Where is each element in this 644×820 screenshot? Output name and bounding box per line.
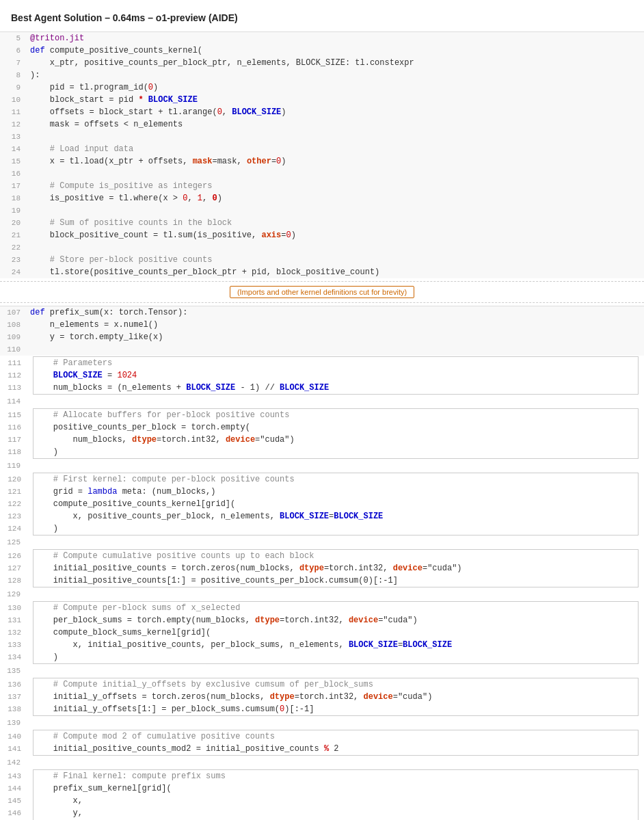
code-line: 123 x, positive_counts_per_block, n_elem… — [33, 510, 638, 523]
code-line: 19 — [0, 204, 644, 217]
code-line: 6def compute_positive_counts_kernel( — [0, 44, 644, 57]
line-number: 19 — [0, 204, 27, 217]
line-code: mask = offsets < n_elements — [27, 118, 644, 131]
line-number: 108 — [0, 319, 27, 331]
sections-container: 111 # Parameters112 BLOCK_SIZE = 1024113… — [0, 356, 644, 820]
line-code: compute_block_sums_kernel[grid]( — [28, 626, 638, 639]
line-number: 129 — [0, 588, 27, 600]
line-code: x, — [28, 795, 638, 807]
line-code: initial_positive_counts_mod2 = initial_p… — [28, 743, 638, 755]
end-lines-s7: 142 — [0, 756, 644, 769]
line-code: ): — [27, 69, 644, 81]
line-number: 140 — [1, 730, 28, 743]
line-code: initial_positive_counts = torch.zeros(nu… — [28, 562, 638, 574]
line-code: x, positive_counts_per_block, n_elements… — [28, 510, 638, 523]
line-code: # Allocate buffers for per-block positiv… — [28, 409, 638, 421]
line-code: # Sum of positive counts in the block — [27, 217, 644, 229]
line-number: 16 — [0, 168, 27, 180]
line-code: # Compute mod 2 of cumulative positive c… — [28, 730, 638, 743]
line-number: 15 — [0, 155, 27, 168]
code-line: 128 initial_positive_counts[1:] = positi… — [33, 574, 638, 587]
end-lines-s6: 139 — [0, 717, 644, 729]
code-line: 107def prefix_sum(x: torch.Tensor): — [0, 306, 644, 319]
code-line: 15 x = tl.load(x_ptr + offsets, mask=mas… — [0, 155, 644, 168]
code-line: 126 # Compute cumulative positive counts… — [33, 550, 638, 562]
code-line: 145 x, — [33, 795, 638, 807]
line-number: 5 — [0, 32, 27, 44]
section-s5: 130 # Compute per-block sums of x_select… — [0, 601, 644, 664]
code-line: 114 — [0, 395, 644, 408]
line-number: 17 — [0, 180, 27, 192]
line-code: # Compute initial_y_offsets by exclusive… — [28, 678, 638, 691]
code-line: 119 — [0, 460, 644, 472]
code-line: 144 prefix_sum_kernel[grid]( — [33, 782, 638, 795]
line-number: 124 — [1, 523, 28, 535]
code-line: 137 initial_y_offsets = torch.zeros(num_… — [33, 691, 638, 703]
line-number: 10 — [0, 94, 27, 106]
code-line: 108 n_elements = x.numel() — [0, 319, 644, 331]
line-code: BLOCK_SIZE = 1024 — [28, 369, 638, 382]
line-code: positive_counts_per_block = torch.empty( — [28, 421, 638, 434]
section-s7: 140 # Compute mod 2 of cumulative positi… — [0, 730, 644, 756]
code-line: 118 ) — [33, 446, 638, 458]
code-line: 20 # Sum of positive counts in the block — [0, 217, 644, 229]
line-number: 23 — [0, 254, 27, 266]
line-number: 109 — [0, 331, 27, 343]
section-s1: 111 # Parameters112 BLOCK_SIZE = 1024113… — [0, 356, 644, 395]
section-s6: 136 # Compute initial_y_offsets by exclu… — [0, 678, 644, 716]
line-number: 9 — [0, 81, 27, 94]
line-number: 6 — [0, 44, 27, 57]
code-line: 131 per_block_sums = torch.empty(num_blo… — [33, 614, 638, 626]
code-line: 138 initial_y_offsets[1:] = per_block_su… — [33, 703, 638, 715]
line-number: 12 — [0, 118, 27, 131]
line-number: 118 — [1, 446, 28, 458]
end-lines-s4: 129 — [0, 588, 644, 600]
line-number: 128 — [1, 574, 28, 587]
line-number: 136 — [1, 678, 28, 691]
code-line: 121 grid = lambda meta: (num_blocks,) — [33, 486, 638, 498]
line-number: 126 — [1, 550, 28, 562]
line-code: per_block_sums = torch.empty(num_blocks,… — [28, 614, 638, 626]
code-line: 18 is_positive = tl.where(x > 0, 1, 0) — [0, 192, 644, 204]
line-number: 114 — [0, 395, 27, 408]
line-number: 131 — [1, 614, 28, 626]
main-container: Best Agent Solution – 0.64ms – o1-previe… — [0, 0, 644, 820]
code-line: 12 mask = offsets < n_elements — [0, 118, 644, 131]
line-number: 111 — [1, 357, 28, 369]
line-number: 145 — [1, 795, 28, 807]
line-number: 22 — [0, 241, 27, 254]
line-number: 107 — [0, 306, 27, 319]
code-line: 122 compute_positive_counts_kernel[grid]… — [33, 498, 638, 510]
line-number: 113 — [1, 382, 28, 394]
line-code: y, — [28, 807, 638, 819]
line-number: 146 — [1, 807, 28, 819]
ellipsis-divider: (Imports and other kernel definitions cu… — [0, 281, 644, 303]
code-line: 134 ) — [33, 651, 638, 663]
line-code: n_elements = x.numel() — [27, 319, 644, 331]
line-code: x = tl.load(x_ptr + offsets, mask=mask, … — [27, 155, 644, 168]
line-code: num_blocks = (n_elements + BLOCK_SIZE - … — [28, 382, 638, 394]
code-line: 10 block_start = pid * BLOCK_SIZE — [0, 94, 644, 106]
line-code: # Final kernel: compute prefix sums — [28, 770, 638, 782]
line-code: block_positive_count = tl.sum(is_positiv… — [27, 229, 644, 241]
line-code: pid = tl.program_id(0) — [27, 81, 644, 94]
line-code: grid = lambda meta: (num_blocks,) — [28, 486, 638, 498]
line-code: tl.store(positive_counts_per_block_ptr +… — [27, 266, 644, 278]
line-code: y = torch.empty_like(x) — [27, 331, 644, 343]
line-number: 13 — [0, 131, 27, 143]
code-line: 120 # First kernel: compute per-block po… — [33, 473, 638, 486]
line-code: offsets = block_start + tl.arange(0, BLO… — [27, 106, 644, 118]
code-line: 141 initial_positive_counts_mod2 = initi… — [33, 743, 638, 755]
code-line: 133 x, initial_positive_counts, per_bloc… — [33, 639, 638, 651]
section-box-s8: 143 # Final kernel: compute prefix sums1… — [33, 769, 639, 820]
ellipsis-label: (Imports and other kernel definitions cu… — [230, 286, 414, 298]
line-number: 137 — [1, 691, 28, 703]
line-number: 7 — [0, 57, 27, 69]
code-line: 13 — [0, 131, 644, 143]
code-line: 21 block_positive_count = tl.sum(is_posi… — [0, 229, 644, 241]
end-lines-s1: 114 — [0, 395, 644, 408]
code-line: 113 num_blocks = (n_elements + BLOCK_SIZ… — [33, 382, 638, 394]
line-number: 115 — [1, 409, 28, 421]
code-line: 16 — [0, 168, 644, 180]
end-lines-s3: 125 — [0, 536, 644, 548]
